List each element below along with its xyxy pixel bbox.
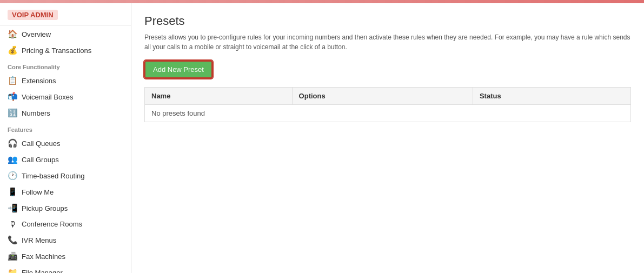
sidebar-item-time-routing-label: Time-based Routing: [22, 172, 85, 180]
sidebar-item-pricing-label: Pricing & Transactions: [22, 46, 91, 55]
sidebar-item-pickup-groups[interactable]: 📲 Pickup Groups: [0, 200, 131, 216]
presets-table: Name Options Status No presets found: [144, 87, 631, 122]
follow-me-icon: 📱: [8, 187, 17, 197]
table-row-empty: No presets found: [145, 105, 631, 122]
numbers-icon: 🔢: [8, 108, 17, 118]
extensions-icon: 📋: [8, 76, 17, 85]
overview-icon: 🏠: [8, 29, 17, 39]
sidebar-item-call-groups[interactable]: 👥 Call Groups: [0, 151, 131, 168]
sidebar-item-fax-machines[interactable]: 📠 Fax Machines: [0, 248, 131, 264]
page-title: Presets: [144, 14, 631, 28]
sidebar-item-conference-rooms-label: Conference Rooms: [22, 220, 82, 228]
ivr-menus-icon: 📞: [8, 235, 17, 245]
main-content: Presets Presets allows you to pre-config…: [131, 3, 644, 273]
add-new-preset-button[interactable]: Add New Preset: [144, 61, 213, 78]
sidebar-item-pricing[interactable]: 💰 Pricing & Transactions: [0, 42, 131, 58]
col-name: Name: [145, 88, 293, 105]
sidebar-item-overview-label: Overview: [22, 30, 51, 38]
brand: VOIP ADMIN: [0, 3, 131, 26]
sidebar-item-extensions-label: Extensions: [22, 77, 56, 85]
sidebar-item-numbers-label: Numbers: [22, 109, 50, 117]
pickup-groups-icon: 📲: [8, 203, 17, 213]
time-routing-icon: 🕐: [8, 171, 17, 181]
sidebar-item-follow-me[interactable]: 📱 Follow Me: [0, 184, 131, 200]
core-functionality-label: Core Functionality: [0, 58, 131, 72]
sidebar-item-voicemail-label: Voicemail Boxes: [22, 93, 73, 101]
sidebar: VOIP ADMIN 🏠 Overview 💰 Pricing & Transa…: [0, 3, 131, 273]
col-status: Status: [473, 88, 630, 105]
col-options: Options: [292, 88, 473, 105]
sidebar-item-call-groups-label: Call Groups: [22, 156, 59, 164]
sidebar-item-pickup-groups-label: Pickup Groups: [22, 204, 68, 212]
sidebar-item-call-queues[interactable]: 🎧 Call Queues: [0, 135, 131, 151]
sidebar-item-ivr-menus[interactable]: 📞 IVR Menus: [0, 232, 131, 248]
sidebar-item-numbers[interactable]: 🔢 Numbers: [0, 105, 131, 121]
sidebar-item-time-routing[interactable]: 🕐 Time-based Routing: [0, 168, 131, 184]
sidebar-item-extensions[interactable]: 📋 Extensions: [0, 72, 131, 89]
sidebar-item-file-manager-label: File Manager: [22, 269, 63, 274]
sidebar-item-overview[interactable]: 🏠 Overview: [0, 26, 131, 42]
call-queues-icon: 🎧: [8, 138, 17, 148]
sidebar-item-voicemail[interactable]: 📬 Voicemail Boxes: [0, 89, 131, 105]
page-description: Presets allows you to pre-configure rule…: [144, 32, 631, 52]
sidebar-item-conference-rooms[interactable]: 🎙 Conference Rooms: [0, 216, 131, 232]
sidebar-item-call-queues-label: Call Queues: [22, 139, 61, 148]
sidebar-item-fax-machines-label: Fax Machines: [22, 252, 65, 261]
pricing-icon: 💰: [8, 45, 17, 55]
sidebar-item-ivr-menus-label: IVR Menus: [22, 236, 56, 244]
voicemail-icon: 📬: [8, 92, 17, 102]
sidebar-item-file-manager[interactable]: 📁 File Manager: [0, 264, 131, 273]
conference-rooms-icon: 🎙: [8, 219, 17, 229]
empty-message: No presets found: [145, 105, 631, 122]
fax-machines-icon: 📠: [8, 251, 17, 261]
call-groups-icon: 👥: [8, 155, 17, 164]
file-manager-icon: 📁: [8, 268, 17, 273]
features-label: Features: [0, 121, 131, 135]
brand-name: VOIP ADMIN: [8, 10, 58, 20]
sidebar-item-follow-me-label: Follow Me: [22, 188, 54, 196]
